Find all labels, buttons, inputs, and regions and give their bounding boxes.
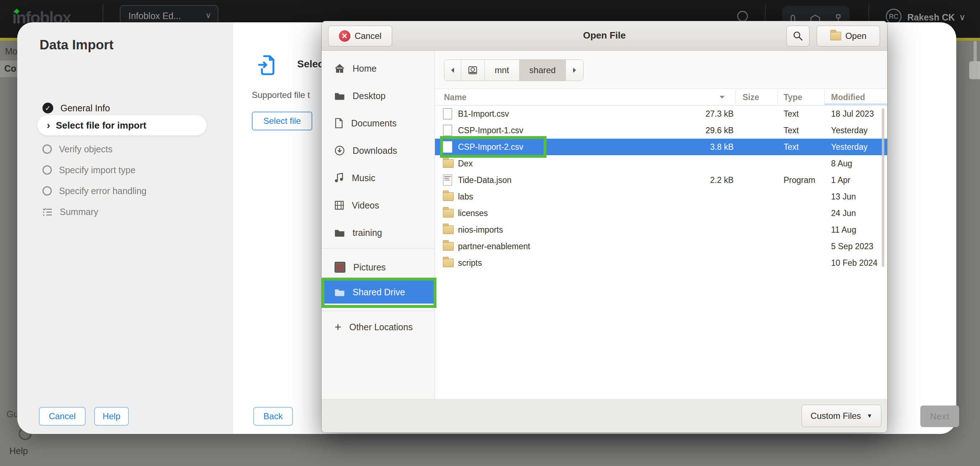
folder-icon <box>443 242 453 251</box>
sidebar-item-pictures[interactable]: Pictures <box>321 260 434 275</box>
step-specify-import-type[interactable]: Specify import type <box>43 162 136 178</box>
folder-icon <box>443 192 453 201</box>
sidebar-item-downloads[interactable]: Downloads <box>321 143 434 158</box>
folder-icon <box>334 91 345 100</box>
sidebar-item-other-locations[interactable]: + Other Locations <box>321 319 434 335</box>
dialog-footer: Custom Files ▼ <box>321 399 887 432</box>
sidebar-item-documents[interactable]: Documents <box>321 116 434 131</box>
header-divider <box>765 4 765 22</box>
folder-icon <box>830 32 841 40</box>
step-general-info[interactable]: ✓ General Info <box>43 100 110 116</box>
summary-list-icon <box>43 207 52 217</box>
film-icon <box>334 201 344 210</box>
path-bar: mnt shared <box>435 51 887 89</box>
step-specify-error-handling[interactable]: Specify error handling <box>43 183 146 199</box>
step-label: Select file for import <box>56 120 146 131</box>
folder-icon <box>443 159 453 168</box>
sidebar-item-training[interactable]: training <box>321 225 434 240</box>
folder-icon <box>443 209 453 217</box>
back-button[interactable]: Back <box>253 407 293 426</box>
file-row[interactable]: Tide-Data.json 2.2 kB Program 1 Apr <box>435 172 887 188</box>
step-label: Specify error handling <box>59 186 146 196</box>
step-select-file-active[interactable]: › Select file for import <box>37 115 207 136</box>
step-label: Verify objects <box>59 144 113 155</box>
column-type[interactable]: Type <box>784 89 802 105</box>
folder-row[interactable]: partner-enablement 5 Sep 2023 <box>435 238 887 255</box>
dialog-titlebar[interactable]: ✕ Cancel Open File Open <box>321 21 887 51</box>
dialog-sidebar: Home Desktop Documents <box>321 51 435 400</box>
next-button-disabled[interactable]: Next <box>920 405 959 427</box>
search-icon <box>793 31 803 41</box>
wizard-step-panel: Data Import ✓ General Info › Select file… <box>17 22 233 434</box>
drive-root-button[interactable] <box>461 60 485 81</box>
breadcrumb: mnt shared <box>444 59 584 81</box>
header-divider <box>869 4 869 22</box>
search-icon[interactable] <box>737 11 748 22</box>
folder-icon <box>334 228 345 237</box>
document-icon <box>334 118 343 128</box>
sidebar-item-home[interactable]: Home <box>321 61 434 76</box>
select-file-button[interactable]: Select file <box>252 112 312 130</box>
sort-descending-icon[interactable] <box>719 89 725 105</box>
file-list-area: mnt shared Name <box>435 51 887 400</box>
breadcrumb-shared-active[interactable]: shared <box>520 60 566 81</box>
back-arrow-button[interactable] <box>444 60 461 81</box>
column-size[interactable]: Size <box>743 89 759 105</box>
step-verify-objects[interactable]: Verify objects <box>43 141 113 157</box>
file-filter-dropdown[interactable]: Custom Files ▼ <box>802 405 881 427</box>
folder-row[interactable]: scripts 10 Feb 2024 <box>435 255 887 271</box>
broken-image-icon <box>334 262 345 273</box>
step-label: General Info <box>60 103 110 113</box>
list-scrollbar[interactable] <box>882 109 884 267</box>
dropdown-caret-icon: ▼ <box>867 413 872 419</box>
help-button[interactable]: Help <box>94 407 129 426</box>
folder-row[interactable]: nios-imports 11 Aug <box>435 222 887 238</box>
forward-arrow-button[interactable] <box>566 60 583 81</box>
step-pending-icon <box>43 165 52 175</box>
file-row[interactable]: B1-Import.csv 27.3 kB Text 18 Jul 2023 <box>435 105 887 122</box>
screen: infoblox Infoblox Ed... ∨ RC Rakesh CK ∨ <box>0 0 980 466</box>
download-icon <box>334 145 345 156</box>
column-header-row: Name Size Type Modified <box>435 89 887 105</box>
file-icon <box>443 108 452 120</box>
annotation-highlight-selected-file <box>440 136 546 158</box>
chevron-down-icon: ∨ <box>205 11 211 20</box>
user-name[interactable]: Rakesh CK <box>907 12 955 23</box>
file-icon <box>443 124 452 136</box>
import-file-icon <box>258 54 275 77</box>
nav-fragment: Gu <box>6 409 18 420</box>
breadcrumb-mnt[interactable]: mnt <box>485 60 520 81</box>
help-link-fragment: Help <box>10 446 28 456</box>
folder-row[interactable]: labs 13 Jun <box>435 188 887 205</box>
sidebar-item-music[interactable]: Music <box>321 170 434 185</box>
hard-disk-icon <box>468 65 477 75</box>
tenant-label: Infoblox Ed... <box>129 11 181 21</box>
folder-icon <box>443 259 453 267</box>
wizard-title: Data Import <box>40 37 114 53</box>
supported-file-text-fragment: Supported file t <box>252 90 310 100</box>
step-summary[interactable]: Summary <box>43 204 98 220</box>
page-button-fragment <box>969 61 980 79</box>
file-rows: B1-Import.csv 27.3 kB Text 18 Jul 2023 C… <box>435 105 887 271</box>
sidebar-item-desktop[interactable]: Desktop <box>321 88 434 103</box>
dialog-open-button[interactable]: Open <box>817 26 880 46</box>
sorted-column-indicator <box>824 103 887 105</box>
nav-fragment: Co <box>4 63 16 74</box>
home-icon <box>334 64 345 73</box>
annotation-highlight-shared-drive <box>321 278 436 308</box>
step-label: Summary <box>60 207 98 217</box>
step-pending-icon <box>43 186 52 196</box>
cancel-button[interactable]: Cancel <box>39 407 86 426</box>
sidebar-item-videos[interactable]: Videos <box>321 198 434 213</box>
folder-icon <box>443 225 453 234</box>
dialog-search-button[interactable] <box>786 26 810 46</box>
column-name[interactable]: Name <box>444 89 467 105</box>
folder-row[interactable]: licenses 24 Jun <box>435 205 887 222</box>
step-complete-icon: ✓ <box>43 103 53 113</box>
chevron-right-icon: › <box>47 120 50 131</box>
step-pending-icon <box>43 144 52 154</box>
nav-fragment: Mo <box>5 46 18 57</box>
sidebar-separator <box>321 311 434 311</box>
header-divider <box>103 4 103 22</box>
chevron-down-icon[interactable]: ∨ <box>959 12 966 22</box>
